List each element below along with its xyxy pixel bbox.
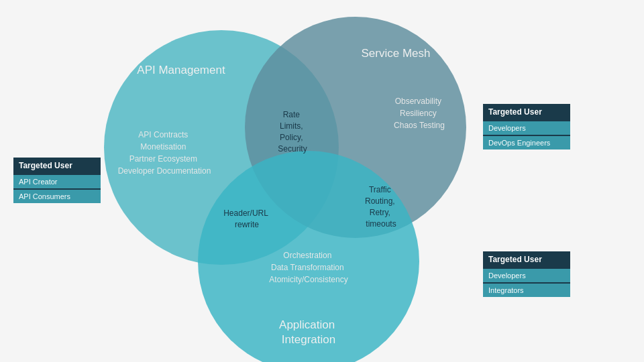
sm-targeted-user-item-1: Developers [483, 121, 570, 135]
service-mesh-features: Observability Resiliency Chaos Testing [394, 97, 445, 130]
api-targeted-user-item-2: API Consumers [13, 190, 101, 203]
service-mesh-title: Service Mesh [362, 47, 431, 60]
api-targeted-user-header: Targeted User [13, 158, 101, 174]
ai-targeted-user-item-2: Integrators [483, 284, 570, 297]
ai-targeted-user-box: Targeted User Developers Integrators [483, 251, 570, 297]
diagram-container: API Management API Contracts Monetisatio… [0, 0, 644, 362]
api-management-title: API Management [137, 64, 225, 76]
sm-targeted-user-box: Targeted User Developers DevOps Engineer… [483, 104, 570, 149]
api-targeted-user-item-1: API Creator [13, 175, 101, 188]
sm-targeted-user-item-2: DevOps Engineers [483, 136, 570, 149]
ai-targeted-user-item-1: Developers [483, 269, 570, 282]
api-targeted-user-box: Targeted User API Creator API Consumers [13, 158, 101, 203]
ai-targeted-user-header: Targeted User [483, 251, 570, 267]
sm-targeted-user-header: Targeted User [483, 104, 570, 120]
